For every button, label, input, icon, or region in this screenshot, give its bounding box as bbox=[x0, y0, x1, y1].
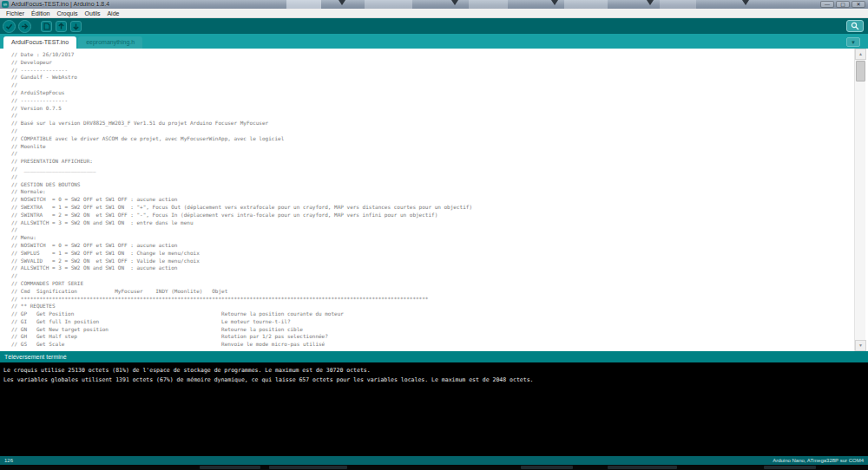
menu-item[interactable]: Édition bbox=[28, 9, 53, 18]
code-line: // bbox=[11, 112, 868, 120]
code-line: // bbox=[11, 226, 868, 234]
glass-reflection bbox=[469, 0, 508, 9]
taskbar-item[interactable] bbox=[608, 466, 677, 469]
code-line: // ** REQUETES bbox=[11, 303, 868, 310]
new-sketch-button[interactable] bbox=[41, 21, 52, 32]
code-text: // Date : 26/10/2017// Developeur// ----… bbox=[0, 49, 868, 349]
code-line: // GH Get Half step Rotation par 1/2 pas… bbox=[11, 333, 868, 341]
code-line: // GS Get Scale Renvoie le mode micro-pa… bbox=[11, 341, 868, 349]
menu-item[interactable]: Croquis bbox=[53, 9, 81, 18]
arrow-right-icon bbox=[21, 23, 29, 30]
line-number: 126 bbox=[4, 456, 13, 465]
glass-reflection bbox=[564, 0, 608, 9]
desktop-icon-silhouette bbox=[742, 0, 749, 5]
code-line: // SWPLUS = 1 = SW2 OFF et SW1 ON : Chan… bbox=[11, 250, 868, 258]
code-line: // ALLSWITCH = 3 = SW2 ON and SW1 ON : a… bbox=[11, 264, 868, 272]
code-line: // bbox=[11, 272, 868, 280]
code-line: // NOSWITCH = 0 = SW2 OFF et SW1 OFF : a… bbox=[11, 242, 868, 250]
status-bar: Téléversement terminé bbox=[0, 351, 868, 362]
code-line: // Cmd Signification MyFocuser INDY (Moo… bbox=[11, 288, 868, 296]
scrollbar-thumb[interactable] bbox=[856, 61, 865, 82]
code-line: // Basé sur la version DRV8825_HW203_F V… bbox=[11, 120, 868, 127]
glass-reflection bbox=[286, 0, 321, 9]
open-sketch-button[interactable] bbox=[56, 21, 67, 32]
menu-bar: FichierÉditionCroquisOutilsAide bbox=[0, 9, 868, 18]
windows-taskbar bbox=[0, 465, 868, 470]
window-title: ArduiFocus-TEST.ino | Arduino 1.8.4 bbox=[11, 0, 109, 9]
code-line: // ALLSWITCH = 3 = SW2 ON and SW1 ON : e… bbox=[11, 219, 868, 227]
upload-button[interactable] bbox=[18, 20, 31, 33]
code-line: // bbox=[11, 150, 868, 158]
minimize-button[interactable]: — bbox=[820, 1, 834, 8]
arduino-ide-window: ∞ ArduiFocus-TEST.ino | Arduino 1.8.4 — … bbox=[0, 0, 868, 470]
taskbar-item[interactable] bbox=[764, 466, 816, 469]
status-message: Téléversement terminé bbox=[4, 354, 67, 360]
desktop-icon-silhouette bbox=[551, 0, 558, 5]
tab-bar: ArduiFocus-TEST.inoeepromanything.h ▼ bbox=[0, 34, 868, 49]
code-line: // bbox=[11, 127, 868, 135]
code-line: // SWINTRA = 2 = SW2 ON et SW1 OFF : "-"… bbox=[11, 212, 868, 219]
editor-scrollbar[interactable]: ▲ ▼ bbox=[854, 49, 865, 351]
taskbar-item[interactable] bbox=[521, 466, 573, 469]
code-line: // Gandalf - WebAstro bbox=[11, 74, 868, 82]
verify-button[interactable] bbox=[3, 20, 16, 33]
document-icon bbox=[43, 23, 50, 30]
tab-menu-button[interactable]: ▼ bbox=[846, 37, 860, 47]
arrow-down-icon bbox=[72, 23, 80, 30]
code-line: // SWVALID = 2 = SW2 ON et SW1 OFF : Val… bbox=[11, 258, 868, 265]
toolbar bbox=[0, 18, 868, 34]
code-line: // GESTION DES BOUTONS bbox=[11, 181, 868, 189]
line-status-bar: 126 Arduino Nano, ATmega328P sur COM4 bbox=[0, 456, 868, 465]
desktop-icon-silhouette bbox=[647, 0, 654, 5]
code-line: // Normale: bbox=[11, 188, 868, 196]
code-line: // GN Get New target position Retourne l… bbox=[11, 326, 868, 334]
code-line: // Date : 26/10/2017 bbox=[11, 51, 868, 59]
menu-item[interactable]: Outils bbox=[82, 9, 104, 18]
glass-reflection bbox=[365, 0, 412, 9]
code-line: // Developeur bbox=[11, 59, 868, 67]
save-sketch-button[interactable] bbox=[70, 21, 82, 32]
editor-tab[interactable]: eepromanything.h bbox=[78, 36, 142, 49]
menu-item[interactable]: Aide bbox=[103, 9, 122, 18]
menu-item[interactable]: Fichier bbox=[3, 9, 28, 18]
code-line: // ArduiStepFocus bbox=[11, 89, 868, 97]
glass-reflection bbox=[660, 0, 696, 9]
code-line: // *************************************… bbox=[11, 296, 868, 304]
code-line: // GP Get Position Retourne la position … bbox=[11, 310, 868, 318]
code-line: // GI Get full In position Le moteur tou… bbox=[11, 318, 868, 326]
code-line: // PRESENTATION AFFICHEUR: bbox=[11, 158, 868, 166]
code-line: // bbox=[11, 173, 868, 181]
title-bar: ∞ ArduiFocus-TEST.ino | Arduino 1.8.4 — … bbox=[0, 0, 868, 9]
code-line: // COMPATIBLE avec le driver ASCOM de ce… bbox=[11, 135, 868, 143]
code-line: // COMMANDES PORT SERIE bbox=[11, 280, 868, 288]
scroll-up-button[interactable]: ▲ bbox=[855, 49, 866, 60]
console-line: Le croquis utilise 25130 octets (81%) de… bbox=[3, 366, 868, 375]
board-port-info: Arduino Nano, ATmega328P sur COM4 bbox=[773, 456, 864, 465]
code-line: // --------------- bbox=[11, 67, 868, 75]
arduino-app-icon: ∞ bbox=[2, 1, 9, 8]
desktop-icon-silhouette bbox=[451, 0, 458, 5]
window-controls: — ▢ ✕ bbox=[820, 1, 865, 8]
desktop-icon-silhouette bbox=[339, 0, 345, 5]
console-output: Le croquis utilise 25130 octets (81%) de… bbox=[0, 362, 868, 456]
code-line: // _______________________ bbox=[11, 166, 868, 173]
check-icon bbox=[5, 23, 13, 30]
taskbar-item[interactable] bbox=[200, 466, 260, 469]
close-button[interactable]: ✕ bbox=[852, 1, 865, 8]
maximize-button[interactable]: ▢ bbox=[836, 1, 850, 8]
code-line: // NOSWITCH = 0 = SW2 OFF et SW1 OFF : a… bbox=[11, 196, 868, 204]
code-line: // Version 0.7.5 bbox=[11, 105, 868, 113]
editor-tab[interactable]: ArduiFocus-TEST.ino bbox=[3, 36, 76, 49]
scroll-down-button[interactable]: ▼ bbox=[855, 340, 866, 351]
magnifier-icon bbox=[851, 22, 859, 30]
console-line: Les variables globales utilisent 1391 oc… bbox=[3, 375, 868, 385]
code-line: // Menu: bbox=[11, 234, 868, 242]
code-line: // SWEXTRA = 1 = SW2 OFF et SW1 ON : "+"… bbox=[11, 204, 868, 212]
taskbar-item[interactable] bbox=[269, 466, 347, 469]
arrow-up-icon bbox=[57, 23, 65, 30]
code-editor[interactable]: // Date : 26/10/2017// Developeur// ----… bbox=[0, 49, 868, 351]
serial-monitor-button[interactable] bbox=[846, 20, 864, 32]
code-line: // --------------- bbox=[11, 97, 868, 105]
code-line: // bbox=[11, 82, 868, 89]
code-line: // Moonlite bbox=[11, 143, 868, 151]
